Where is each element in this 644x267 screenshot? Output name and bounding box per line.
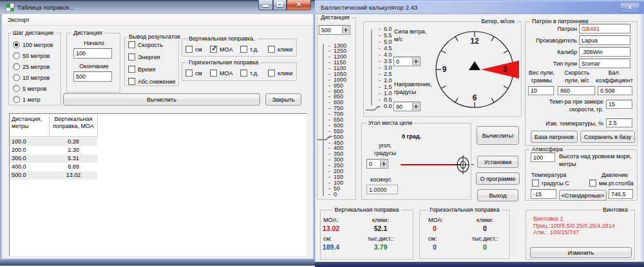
save-to-base-button[interactable]: Сохранить в базу (580, 131, 635, 143)
pressure-input[interactable]: 746.5 (609, 189, 633, 199)
titlebar[interactable]: Баллистический калькулятор 2.43 ✕ (315, 0, 644, 14)
horizontal-unit-checkbox[interactable] (240, 69, 247, 77)
wind-scale-label: - 0.5 (379, 97, 392, 103)
corrections-table[interactable]: Дистанция, метры Вертикальная поправка, … (9, 113, 307, 257)
bullet-speed-input[interactable]: 860 (558, 86, 595, 95)
vertical-unit-checkbox[interactable] (268, 46, 275, 53)
wind-direction-spinner[interactable] (412, 103, 419, 110)
close-button[interactable]: ✕ (287, 0, 311, 10)
horizontal-unit-checkbox[interactable] (268, 69, 275, 77)
bullet-weight-input[interactable]: 10 (528, 86, 554, 95)
altitude-label: Высота над уровнем моря, метры (559, 152, 631, 168)
temperature-input[interactable]: -15 (531, 189, 556, 199)
bullet-speed-label: Скорость пули, м/с (558, 69, 596, 84)
step-radio[interactable] (13, 41, 20, 48)
step-radio[interactable] (13, 52, 20, 59)
ballistic-coef-input[interactable]: 0.508 (598, 86, 632, 95)
maximize-button[interactable] (273, 0, 287, 10)
table-row[interactable]: 400.08.89 (10, 163, 97, 171)
result-value: 13.02 (312, 225, 350, 232)
table-row[interactable]: 500.013.02 (10, 171, 97, 180)
altitude-input[interactable]: 100 (531, 152, 555, 162)
menubar: Экспорт (2, 14, 313, 26)
output-checkbox[interactable] (128, 78, 135, 85)
range-start-input[interactable]: 100 (73, 48, 112, 59)
spin-down-icon (381, 164, 387, 168)
calculate-button[interactable]: Вычислить! (477, 126, 519, 145)
wind-direction-input[interactable]: 90 (393, 102, 421, 111)
range-group-caption: Дистанция (71, 30, 104, 37)
settings-button[interactable]: Установки (477, 156, 518, 168)
cartridge-field-input[interactable]: .308Win (579, 47, 630, 57)
step-radio-label: 10 метров (23, 74, 50, 82)
step-radio[interactable] (13, 96, 20, 103)
cartridge-base-button[interactable]: База патронов (531, 131, 578, 143)
close-table-button[interactable]: Закрыть (265, 93, 301, 106)
window-border-left (0, 14, 2, 259)
output-group-caption: Вывод результатов (127, 33, 182, 41)
step-radio-label: 1 метр (23, 96, 41, 104)
vertical-unit-checkbox[interactable] (185, 46, 193, 53)
angle-spinner[interactable] (380, 160, 387, 167)
vertical-unit-label: клики (278, 46, 292, 53)
cartridge-field-input[interactable]: GB491 (579, 24, 630, 33)
table-cell-distance: 500.0 (12, 171, 26, 180)
step-radio[interactable] (13, 63, 20, 70)
calculate-table-button[interactable]: Вычислить (63, 93, 260, 106)
angle-label: угол, градусы (371, 142, 399, 157)
rifle-group: Винтовка Винтовка 1 Приц.:100/5.5/0.25/0… (526, 210, 635, 260)
spin-down-icon (343, 30, 349, 34)
table-row[interactable]: 200.02.30 (10, 146, 97, 154)
distance-slider-track[interactable] (323, 44, 324, 196)
vertical-unit-checkbox[interactable] (240, 46, 247, 53)
vertical-unit-label: т.д. (250, 46, 258, 53)
mmhg-checkbox[interactable] (589, 180, 596, 187)
menu-export[interactable]: Экспорт (8, 17, 30, 23)
dial-12: 12 (470, 37, 479, 46)
vertical-result-group: Вертикальная поправка MOA:13.02клики:52.… (320, 210, 413, 260)
wind-direction-dial[interactable]: 12 3 6 9 (425, 23, 522, 116)
close-icon[interactable]: ✕ (620, 2, 640, 13)
step-radio[interactable] (13, 74, 20, 81)
horizontal-unit-checkbox[interactable] (210, 69, 217, 77)
wind-force-input[interactable]: 0 (393, 57, 421, 66)
output-checkbox[interactable] (128, 53, 135, 60)
range-group: Дистанция Начало 100 Окончание 500 (66, 33, 120, 93)
table-cell-correction: 8.89 (50, 163, 97, 171)
range-end-label: Окончание (67, 62, 121, 70)
wind-slider-track[interactable] (371, 30, 372, 106)
distance-spinner[interactable] (342, 26, 349, 33)
angle-input[interactable]: 0 (366, 159, 388, 169)
app-icon (6, 3, 14, 12)
step-radio[interactable] (13, 85, 20, 92)
standard-button[interactable]: <Стандартные> (559, 190, 607, 201)
minimize-button[interactable] (258, 0, 273, 10)
change-rifle-button[interactable]: Изменить (530, 247, 632, 258)
table-row[interactable]: 300.05.31 (10, 154, 97, 163)
target-angle-group: Угол места цели 0 град. угол, градусы 0 … (361, 123, 471, 200)
table-row[interactable]: 100.00.28 (10, 138, 97, 146)
celsius-checkbox[interactable] (532, 180, 539, 187)
output-checkbox-label: Время (138, 66, 155, 73)
vertical-unit-checkbox[interactable]: ✓ (210, 46, 217, 53)
cartridge-field-input[interactable]: Lapua (579, 35, 630, 45)
result-label: тыс.дист.: (466, 235, 504, 242)
table-col1-header: Дистанция, метры (12, 116, 42, 130)
output-checkbox[interactable] (128, 41, 135, 48)
output-group: Вывод результатов СкоростьЭнергияВремяАб… (124, 37, 179, 86)
table-cell-correction: 0.28 (50, 138, 97, 146)
cartridge-field-input[interactable]: Scenar (579, 59, 630, 68)
distance-input[interactable]: 500 (319, 25, 350, 35)
horizontal-unit-checkbox[interactable] (185, 69, 193, 77)
about-button[interactable]: О программе (476, 172, 520, 185)
table-cell-correction: 13.02 (50, 171, 97, 180)
measure-temp-input[interactable]: 15 (606, 100, 632, 109)
exit-button[interactable]: Выход (477, 189, 518, 201)
window-border-right (313, 14, 315, 259)
output-checkbox[interactable] (128, 66, 135, 73)
angle-degrees-text: 0 град. (402, 133, 421, 140)
temp-change-input[interactable]: 2.5 (606, 118, 632, 127)
wind-force-spinner[interactable] (412, 58, 419, 65)
range-end-input[interactable]: 500 (73, 71, 112, 82)
maximize-icon (277, 2, 283, 7)
